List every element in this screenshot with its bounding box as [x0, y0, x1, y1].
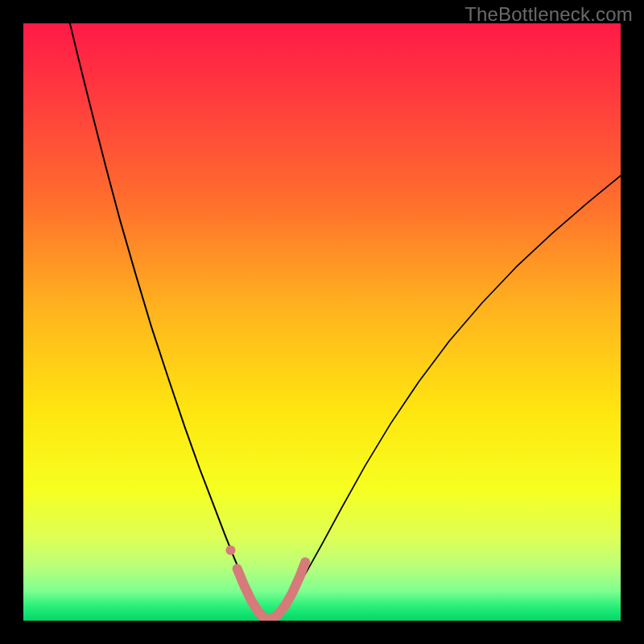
highlight-dot	[225, 545, 235, 555]
watermark-label: TheBottleneck.com	[464, 3, 633, 26]
chart-svg	[23, 23, 621, 621]
plot-area	[23, 23, 621, 621]
chart-frame: TheBottleneck.com	[0, 0, 644, 644]
gradient-background	[23, 23, 621, 621]
